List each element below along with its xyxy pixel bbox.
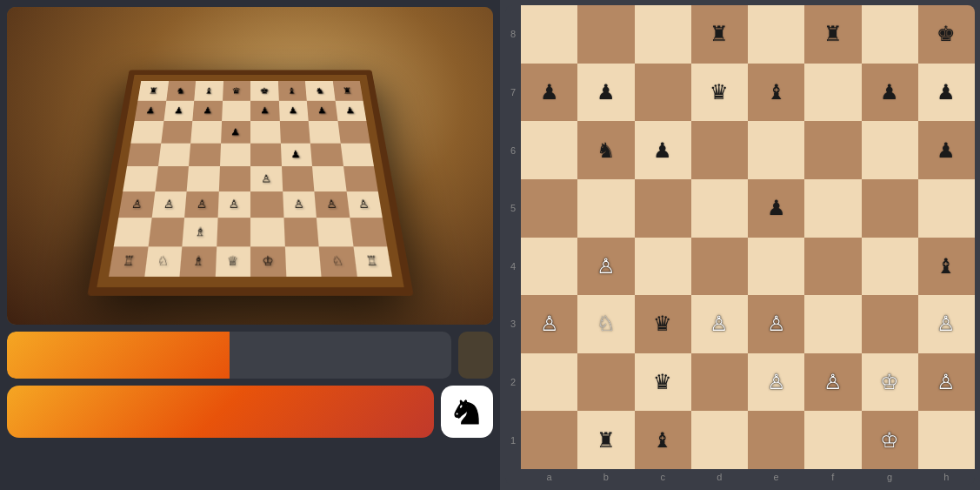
square-c3[interactable]: ♛ xyxy=(635,295,691,353)
square-a3[interactable]: ♙ xyxy=(521,295,577,353)
square-b3[interactable]: ♘ xyxy=(577,295,634,353)
square-g5[interactable] xyxy=(862,179,918,238)
white-to-play-button[interactable] xyxy=(7,332,230,379)
square-h6[interactable]: ♟ xyxy=(918,121,975,179)
square-a5[interactable] xyxy=(521,179,577,238)
square-b5[interactable] xyxy=(577,179,634,238)
chess-3d-image: ♜♞♝♛♚♝♞♜♟♟♟♟♟♟♟♟♟♙♙♙♙♙♙♙♙♗♖♘♗♕♔♘♖ xyxy=(7,7,493,325)
black-to-play-button[interactable] xyxy=(230,332,452,379)
square-e7[interactable]: ♝ xyxy=(748,64,804,122)
piece: ♙ xyxy=(767,313,786,334)
square-a4[interactable] xyxy=(521,238,577,296)
piece: ♜ xyxy=(710,23,729,44)
square-f8[interactable]: ♜ xyxy=(804,5,861,64)
square-a6[interactable] xyxy=(521,121,577,179)
square-f3[interactable] xyxy=(804,295,861,353)
piece: ♛ xyxy=(653,313,672,334)
square-f6[interactable] xyxy=(804,121,861,179)
file-label: c xyxy=(635,469,691,485)
reset-button[interactable] xyxy=(458,332,493,379)
square-e6[interactable] xyxy=(748,121,804,179)
square-e1[interactable] xyxy=(748,411,804,469)
piece: ♙ xyxy=(823,372,843,393)
square-e5[interactable]: ♟ xyxy=(748,179,804,238)
square-h1[interactable] xyxy=(918,411,975,469)
piece: ♟ xyxy=(540,82,559,103)
chess-board-2d: 8♜♜♚7♟♟♛♝♟♟6♞♟♟5♟4♙♝3♙♘♛♙♙♙2♛♙♙♔♙1♜♝♔abc… xyxy=(505,5,975,485)
square-h7[interactable]: ♟ xyxy=(918,64,975,122)
piece: ♛ xyxy=(653,372,672,393)
square-a1[interactable] xyxy=(521,411,577,469)
piece: ♝ xyxy=(653,430,672,451)
file-label: f xyxy=(804,469,861,485)
square-b8[interactable] xyxy=(577,5,634,64)
square-c6[interactable]: ♟ xyxy=(635,121,691,179)
side-toggle-group xyxy=(7,332,451,379)
square-d8[interactable]: ♜ xyxy=(691,5,748,64)
file-label: a xyxy=(521,469,577,485)
square-g8[interactable] xyxy=(862,5,918,64)
square-d3[interactable]: ♙ xyxy=(691,295,748,353)
horse-icon-button[interactable] xyxy=(441,386,493,438)
square-d1[interactable] xyxy=(691,411,748,469)
square-b1[interactable]: ♜ xyxy=(577,411,634,469)
square-h5[interactable] xyxy=(918,179,975,238)
square-d7[interactable]: ♛ xyxy=(691,64,748,122)
piece: ♛ xyxy=(710,82,729,103)
piece: ♟ xyxy=(937,82,956,103)
square-f7[interactable] xyxy=(804,64,861,122)
rank-label: 6 xyxy=(505,121,521,179)
square-g1[interactable]: ♔ xyxy=(862,411,918,469)
square-e4[interactable] xyxy=(748,238,804,296)
square-f2[interactable]: ♙ xyxy=(804,353,861,412)
square-g3[interactable] xyxy=(862,295,918,353)
file-label: d xyxy=(691,469,748,485)
square-d6[interactable] xyxy=(691,121,748,179)
piece: ♟ xyxy=(937,140,956,161)
square-a8[interactable] xyxy=(521,5,577,64)
square-b6[interactable]: ♞ xyxy=(577,121,634,179)
rank-label: 8 xyxy=(505,5,521,64)
square-g7[interactable]: ♟ xyxy=(862,64,918,122)
square-a2[interactable] xyxy=(521,353,577,412)
square-h4[interactable]: ♝ xyxy=(918,238,975,296)
square-g4[interactable] xyxy=(862,238,918,296)
piece: ♟ xyxy=(597,82,616,103)
square-b4[interactable]: ♙ xyxy=(577,238,634,296)
piece: ♟ xyxy=(653,140,672,161)
square-b2[interactable] xyxy=(577,353,634,412)
piece: ♜ xyxy=(823,23,843,44)
piece: ♙ xyxy=(937,372,956,393)
go-button[interactable] xyxy=(7,386,434,438)
square-d2[interactable] xyxy=(691,353,748,412)
square-c8[interactable] xyxy=(635,5,691,64)
square-b7[interactable]: ♟ xyxy=(577,64,634,122)
square-c4[interactable] xyxy=(635,238,691,296)
square-f4[interactable] xyxy=(804,238,861,296)
square-e3[interactable]: ♙ xyxy=(748,295,804,353)
piece: ♞ xyxy=(597,140,616,161)
square-c5[interactable] xyxy=(635,179,691,238)
square-g6[interactable] xyxy=(862,121,918,179)
square-f5[interactable] xyxy=(804,179,861,238)
piece: ♟ xyxy=(767,198,786,218)
square-d4[interactable] xyxy=(691,238,748,296)
square-e2[interactable]: ♙ xyxy=(748,353,804,412)
piece: ♙ xyxy=(597,256,616,277)
square-d5[interactable] xyxy=(691,179,748,238)
square-c7[interactable] xyxy=(635,64,691,122)
square-c1[interactable]: ♝ xyxy=(635,411,691,469)
square-h8[interactable]: ♚ xyxy=(918,5,975,64)
square-h3[interactable]: ♙ xyxy=(918,295,975,353)
square-h2[interactable]: ♙ xyxy=(918,353,975,412)
square-g2[interactable]: ♔ xyxy=(862,353,918,412)
square-a7[interactable]: ♟ xyxy=(521,64,577,122)
square-e8[interactable] xyxy=(748,5,804,64)
rank-label: 3 xyxy=(505,295,521,353)
square-c2[interactable]: ♛ xyxy=(635,353,691,412)
rank-label: 5 xyxy=(505,179,521,238)
piece: ♙ xyxy=(710,313,729,334)
square-f1[interactable] xyxy=(804,411,861,469)
piece: ♔ xyxy=(880,430,899,451)
piece: ♘ xyxy=(597,313,616,334)
